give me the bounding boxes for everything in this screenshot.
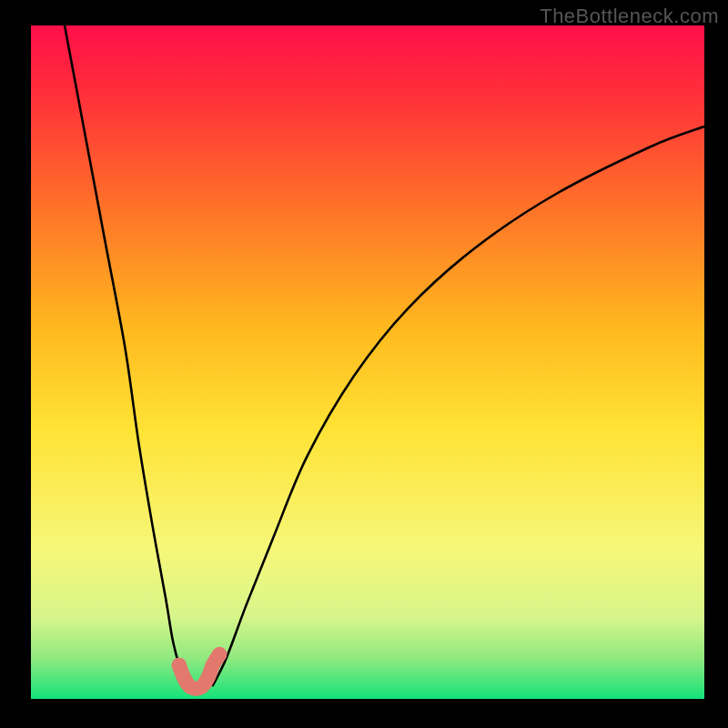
series-curve-left [65, 25, 186, 685]
watermark-text: TheBottleneck.com [540, 5, 719, 28]
plot-area [31, 25, 704, 699]
plot-curves [31, 25, 704, 699]
chart-container: TheBottleneck.com [0, 0, 728, 728]
series-curve-right [213, 126, 704, 685]
series-highlight-bump-endcap [212, 647, 227, 662]
series-highlight-bump-endcap [172, 658, 187, 672]
